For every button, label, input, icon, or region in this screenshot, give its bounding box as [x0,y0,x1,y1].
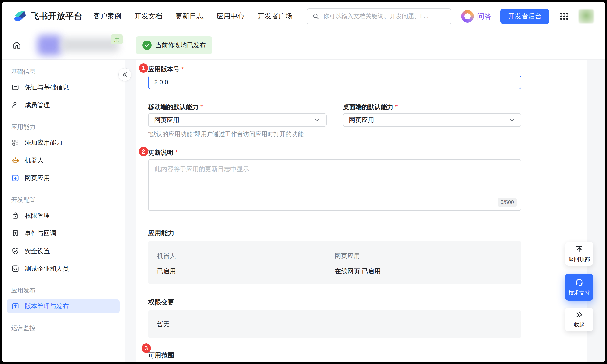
sidebar-item-label: 权限管理 [25,211,50,220]
headset-icon [575,278,584,287]
back-to-top-button[interactable]: 返回顶部 [565,242,593,266]
user-add-icon [11,101,20,109]
version-value: 2.0.0 [154,79,168,86]
app-window: 飞书开放平台 客户案例 开发文档 更新日志 应用中心 开发者广场 问答 开发者后… [2,2,605,362]
sidebar: 基础信息 凭证与基础信息 成员管理 应用能力 [2,60,125,362]
lock-icon [11,211,20,220]
update-note-placeholder: 此内容将于应用的更新日志中显示 [155,166,249,172]
mobile-capability-value: 网页应用 [154,116,179,124]
qa-label: 问答 [477,12,492,21]
capability-name: 机器人 [157,252,335,260]
double-chevron-left-icon [121,71,128,78]
home-icon [12,40,21,50]
tech-support-button[interactable]: 技术支持 [565,273,593,301]
svg-text:e: e [14,176,16,181]
qa-entry[interactable]: 问答 [461,10,492,23]
collapse-sidebar-button[interactable] [118,68,131,81]
step-badge-2: 2 [139,147,148,156]
sidebar-item-label: 版本管理与发布 [25,302,69,310]
feishu-logo-icon [13,10,27,23]
apps-grid-icon [559,11,569,21]
sidebar-item-webapp[interactable]: e 网页应用 [7,171,120,185]
nav-dev-plaza[interactable]: 开发者广场 [258,12,292,21]
desktop-capability-select[interactable]: 网页应用 [343,113,521,127]
double-chevron-right-icon [575,311,583,319]
user-avatar[interactable] [579,9,594,23]
update-note-textarea[interactable]: 此内容将于应用的更新日志中显示 0/500 [148,159,521,211]
nav-right-cluster: 问答 开发者后台 [307,8,594,24]
home-button[interactable] [12,40,21,51]
update-note-label: 更新说明 [148,148,173,157]
text-caret [169,78,169,86]
grid-add-icon [11,138,20,147]
robot-icon [11,156,20,165]
version-form: 1 应用版本号 * 2.0.0 移动端的默认能力 * 网页应 [148,65,521,360]
apps-grid-button[interactable] [559,11,569,21]
nav-app-center[interactable]: 应用中心 [217,12,245,21]
sidebar-divider [11,317,115,317]
breadcrumb-divider [30,41,30,50]
collapse-panel-button[interactable]: 收起 [565,308,593,331]
sidebar-item-members[interactable]: 成员管理 [7,98,120,112]
app-type-tag: 用 [111,35,123,44]
required-asterisk: * [181,66,184,73]
nav-changelog[interactable]: 更新日志 [175,12,203,21]
sidebar-item-credentials[interactable]: 凭证与基础信息 [7,81,120,94]
capability-status: 已启用 [157,267,335,275]
permission-change-value: 暂无 [157,320,170,328]
desktop-capability-label: 桌面端的默认能力 [343,103,393,111]
app-avatar-blurred [37,35,62,55]
back-to-top-label: 返回顶部 [568,256,590,263]
chevron-down-icon [509,117,515,123]
sidebar-item-bot[interactable]: 机器人 [7,154,120,167]
version-input[interactable]: 2.0.0 [148,76,521,89]
nav-dev-docs[interactable]: 开发文档 [134,12,162,21]
webapp-e-icon: e [11,174,20,182]
sidebar-item-label: 凭证与基础信息 [25,83,69,91]
search-box[interactable] [307,8,451,24]
sidebar-item-add-capability[interactable]: 添加应用能力 [7,136,120,149]
main-nav: 客户案例 开发文档 更新日志 应用中心 开发者广场 [93,12,292,21]
sidebar-item-label: 机器人 [25,156,44,165]
sidebar-item-version-release[interactable]: 版本管理与发布 [7,299,120,313]
nav-customer-cases[interactable]: 客户案例 [93,12,121,21]
developer-console-button[interactable]: 开发者后台 [500,9,549,24]
check-circle-icon [142,40,152,50]
scope-heading: 3 可用范围 [148,351,521,360]
sidebar-heading-release: 应用发布 [11,287,120,294]
bookmark-add-icon [11,229,20,237]
sidebar-item-permissions[interactable]: 权限管理 [7,209,120,222]
sidebar-item-events[interactable]: 事件与回调 [7,226,120,240]
sidebar-item-label: 测试企业和人员 [25,264,69,273]
sidebar-heading-monitor: 运营监控 [11,324,120,331]
capabilities-heading: 应用能力 [148,229,521,237]
sidebar-item-test-org[interactable]: 测试企业和人员 [7,262,120,275]
sidebar-item-label: 安全设置 [25,247,50,255]
mobile-capability-select[interactable]: 网页应用 [148,113,327,127]
top-navigation: 飞书开放平台 客户案例 开发文档 更新日志 应用中心 开发者广场 问答 开发者后… [2,2,605,31]
sidebar-heading-basic: 基础信息 [11,68,120,75]
version-label: 应用版本号 [148,65,180,73]
app-name-blurred [61,38,119,52]
tech-support-label: 技术支持 [568,289,590,296]
sidebar-divider [11,280,115,280]
sidebar-item-label: 添加应用能力 [25,138,63,147]
sidebar-gutter [125,60,137,362]
sidebar-heading-capability: 应用能力 [11,123,120,130]
scope-title: 可用范围 [148,352,174,359]
qa-ring-icon [461,10,474,23]
upload-icon [11,302,20,310]
capabilities-card: 机器人 已启用 网页应用 在线网页 已启用 [148,241,521,284]
search-input[interactable] [323,13,446,20]
sidebar-item-security[interactable]: 安全设置 [7,244,120,258]
capability-hint: “默认的应用功能”即用户通过工作台访问应用时打开的功能 [148,130,327,138]
mobile-capability-label: 移动端的默认能力 [148,103,198,111]
brand[interactable]: 飞书开放平台 [13,10,83,23]
step-badge-3: 3 [142,343,151,353]
capability-status: 在线网页 已启用 [335,267,512,275]
sidebar-item-label: 网页应用 [25,174,50,182]
sidebar-divider [11,116,115,116]
permission-change-card: 暂无 [148,310,521,338]
sidebar-item-label: 成员管理 [25,101,50,109]
sidebar-heading-devconfig: 开发配置 [11,196,120,203]
